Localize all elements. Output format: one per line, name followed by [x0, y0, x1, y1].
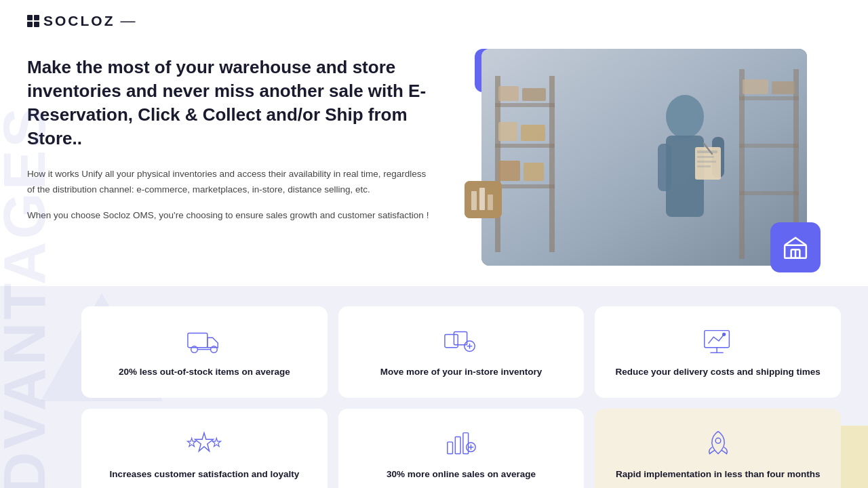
svg-rect-28 [697, 165, 711, 167]
svg-rect-10 [521, 125, 545, 141]
adv-card-inventory: Move more of your in-store inventory [338, 306, 585, 398]
adv-label-online-sales: 30% more online sales on average [387, 468, 536, 481]
svg-rect-22 [658, 144, 671, 191]
svg-rect-31 [471, 191, 477, 210]
truck-box-icon [186, 328, 222, 355]
adv-card-delivery: Reduce your delivery costs and shipping … [595, 306, 841, 398]
svg-rect-4 [495, 103, 555, 107]
svg-rect-33 [488, 195, 493, 210]
svg-point-59 [715, 438, 721, 443]
warehouse-image-bg [481, 49, 807, 266]
svg-rect-5 [495, 144, 555, 148]
svg-point-49 [722, 333, 725, 336]
svg-rect-15 [739, 96, 799, 100]
adv-card-rapid: Rapid implementation in less than four m… [595, 409, 841, 488]
svg-rect-19 [772, 81, 795, 94]
chart-up-icon [443, 430, 479, 458]
adv-label-inventory: Move more of your in-store inventory [380, 366, 542, 379]
boxes-move-icon [443, 328, 479, 355]
hero-title-bold: Make the most of your warehouse and stor… [27, 57, 395, 101]
svg-rect-3 [549, 76, 555, 252]
stars-icon [186, 430, 222, 458]
logo-grid-icon [27, 15, 39, 27]
svg-rect-41 [445, 334, 458, 347]
header: SOCLOZ— [0, 0, 868, 42]
svg-rect-8 [522, 88, 546, 101]
svg-rect-25 [697, 150, 717, 153]
hero-image [481, 49, 807, 266]
svg-rect-37 [188, 333, 208, 347]
svg-rect-12 [524, 163, 544, 181]
hero-title: Make the most of your warehouse and stor… [27, 56, 434, 150]
logo-dash: — [121, 12, 137, 30]
svg-rect-54 [455, 436, 460, 453]
svg-rect-9 [498, 122, 517, 141]
hero-body-2: When you choose Socloz OMS, you're choos… [27, 208, 434, 223]
rocket-icon [701, 430, 736, 458]
advantages-section: ADVANTAGES 20% less out-of-stock items o… [0, 286, 868, 488]
svg-rect-11 [498, 161, 520, 181]
thumbnail-float [465, 181, 502, 218]
hero-section: Make the most of your warehouse and stor… [0, 42, 868, 286]
adv-card-online-sales: 30% more online sales on average [338, 409, 585, 488]
warehouse-float-icon [770, 222, 821, 272]
advantages-grid: 20% less out-of-stock items on average M… [81, 306, 841, 488]
hero-left: Make the most of your warehouse and stor… [27, 49, 434, 234]
svg-rect-17 [739, 191, 799, 195]
adv-card-stock: 20% less out-of-stock items on average [81, 306, 328, 398]
svg-rect-53 [448, 442, 453, 453]
svg-rect-16 [739, 144, 799, 148]
warehouse-illustration [481, 49, 807, 266]
svg-rect-27 [697, 161, 716, 163]
svg-rect-7 [498, 86, 519, 101]
adv-label-stock: 20% less out-of-stock items on average [119, 366, 290, 379]
adv-card-satisfaction: Increases customer satisfaction and loya… [81, 409, 328, 488]
adv-label-delivery: Reduce your delivery costs and shipping … [615, 366, 820, 379]
svg-marker-50 [195, 433, 214, 451]
thumbnail-icon [465, 181, 502, 218]
svg-rect-18 [743, 79, 768, 94]
adv-label-satisfaction: Increases customer satisfaction and loya… [109, 468, 299, 481]
svg-rect-6 [495, 184, 555, 188]
hero-body-1: How it works Unify all your physical inv… [27, 167, 434, 197]
svg-point-20 [666, 95, 704, 138]
chart-screen-icon [701, 328, 736, 355]
svg-rect-32 [479, 188, 485, 210]
hero-right [461, 49, 814, 266]
svg-rect-26 [697, 156, 714, 158]
logo[interactable]: SOCLOZ— [27, 12, 137, 30]
adv-label-rapid: Rapid implementation in less than four m… [616, 468, 821, 481]
logo-text: SOCLOZ [43, 13, 115, 29]
